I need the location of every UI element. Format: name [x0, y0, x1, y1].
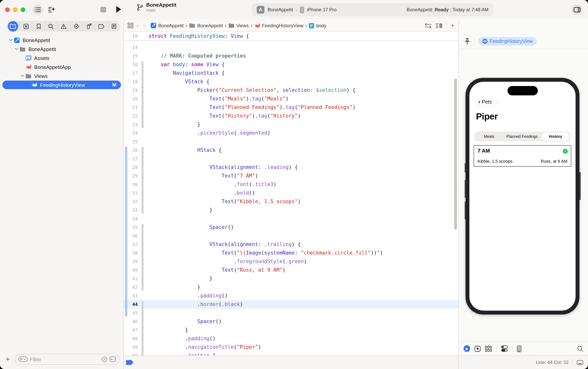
navigator-tab-issues[interactable] — [57, 21, 70, 31]
recent-filter-icon[interactable] — [101, 356, 107, 362]
line-number: 18 — [124, 79, 140, 84]
code-line-26: 26 HStack { — [124, 146, 459, 154]
navigator-tab-project[interactable] — [6, 21, 20, 31]
filter-field[interactable]: Filter — [15, 354, 119, 365]
reports-icon — [112, 23, 117, 29]
device-settings-button[interactable] — [501, 345, 508, 352]
go-back-button[interactable]: ‹ — [135, 22, 140, 29]
code-line-text: VStack(alignment: .trailing) { — [140, 240, 301, 249]
navigator-sidebar: BoneAppetitBoneAppetitAssetsBoneAppetitA… — [0, 20, 124, 369]
preview-target-label: FeedingHistoryView — [490, 39, 533, 44]
segment-planned-feedings[interactable]: Planned Feedings — [503, 132, 541, 141]
code-line-21: 21 Text("Planned Feedings").tag("Planned… — [124, 103, 459, 112]
code-line-text: Text("Meals").tag("Meals") — [140, 95, 289, 103]
scm-filter-icon[interactable] — [110, 357, 116, 362]
breadcrumb-item-feedinghistoryview[interactable]: FeedingHistoryView — [254, 23, 303, 28]
sidebar-item-views[interactable]: Views — [2, 72, 121, 80]
scheme-name[interactable]: BoneAppetit — [268, 7, 293, 12]
close-window-button[interactable] — [5, 7, 10, 12]
sidebar-item-assets[interactable]: Assets — [2, 54, 121, 62]
bottom-bar-toggle-icon[interactable] — [577, 360, 583, 365]
add-editor-icon[interactable]: + — [451, 22, 455, 29]
code-line-15: 15 // MARK: Computed properties — [124, 52, 459, 60]
breadcrumb-item-boneappetit[interactable]: BoneAppetit — [150, 23, 184, 28]
code-line-text: } — [140, 206, 213, 215]
navigator-tab-reports[interactable] — [108, 21, 120, 31]
navigator-tab-bookmark[interactable] — [32, 21, 45, 31]
code-editor-viewport[interactable]: 10struct FeedingHistoryView: View { 1415… — [124, 32, 459, 355]
related-items-icon[interactable] — [127, 23, 133, 28]
chevron-right-icon: › — [296, 7, 297, 12]
run-destination[interactable]: iPhone 17 Pro — [307, 7, 337, 12]
navigator-tab-changes[interactable] — [20, 21, 32, 31]
breakpoints-toggle-button[interactable] — [126, 360, 133, 365]
chevron-right-icon: › — [225, 23, 226, 28]
folder-icon — [25, 73, 32, 78]
add-item-button[interactable]: + — [4, 355, 12, 363]
preview-toolbar: ▶ — [459, 341, 588, 355]
tree-item-label: Views — [34, 73, 48, 79]
pet-name-title: Piper — [476, 111, 498, 122]
editor-scrollbar[interactable] — [454, 79, 457, 230]
line-number: 23 — [124, 122, 140, 127]
live-preview-button[interactable]: ▶ — [464, 345, 470, 352]
breadcrumb: BoneAppetit›BoneAppetit›Views›FeedingHis… — [150, 23, 423, 28]
editor-status-bar: Line: 44 Col: 32 — [459, 355, 588, 369]
code-line-25: 25 — [124, 137, 459, 146]
code-line-36: 36 — [124, 232, 459, 240]
minimize-window-button[interactable] — [13, 7, 18, 12]
folder-icon — [19, 47, 26, 51]
segment-meals[interactable]: Meals — [475, 132, 503, 141]
navigator-sidebar-toggle-button[interactable] — [32, 4, 43, 15]
code-line-20: 20 Text("Meals").tag("Meals") — [124, 95, 459, 103]
preview-target-pill[interactable]: FeedingHistoryView — [478, 37, 537, 46]
editor-options-icon[interactable] — [436, 23, 442, 28]
line-number: 50 — [124, 353, 140, 355]
code-line-37: 37 VStack(alignment: .trailing) { — [124, 240, 459, 249]
navigator-tab-find[interactable] — [45, 21, 57, 31]
code-line-19: 19 Picker("Current Selection", selection… — [124, 86, 459, 95]
sidebar-item-boneappetitapp[interactable]: BoneAppetitApp — [2, 63, 121, 71]
stop-button[interactable] — [100, 7, 106, 12]
scheme-activity-bar[interactable]: A BoneAppetit › iPhone 17 Pro BoneAppeti… — [252, 3, 493, 16]
disclosure-chevron-icon[interactable] — [20, 75, 25, 77]
navigator-tab-debug[interactable] — [82, 21, 95, 31]
folder-icon — [189, 23, 196, 28]
breadcrumb-item-body[interactable]: Pbody — [309, 23, 326, 28]
code-line-24: 24 .pickerStyle(.segmented) — [124, 129, 459, 137]
back-button[interactable]: ‹ Pets — [475, 97, 497, 107]
code-review-icon[interactable] — [425, 23, 432, 28]
go-forward-button[interactable]: › — [142, 22, 147, 29]
code-line-17: 17 NavigationStack { — [124, 69, 459, 77]
compose-assistant-button[interactable] — [46, 4, 57, 15]
line-number: 21 — [124, 105, 140, 110]
sidebar-item-feedinghistoryview[interactable]: FeedingHistoryViewM — [2, 81, 121, 89]
tree-item-label: Assets — [34, 55, 49, 61]
disclosure-chevron-icon[interactable] — [8, 39, 13, 41]
pin-preview-icon[interactable] — [464, 38, 470, 45]
line-number: 46 — [124, 319, 140, 324]
zoom-window-button[interactable] — [21, 7, 25, 12]
navigator-tab-tests[interactable] — [70, 21, 82, 31]
debug-bar — [124, 355, 459, 369]
navigator-tab-breakpoints[interactable] — [95, 21, 108, 31]
preview-device-button[interactable] — [517, 345, 521, 352]
selectable-mode-button[interactable] — [474, 346, 481, 352]
segment-history[interactable]: History — [541, 132, 570, 141]
breadcrumb-item-boneappetit[interactable]: BoneAppetit — [189, 23, 223, 28]
breadcrumb-item-views[interactable]: Views — [228, 23, 249, 28]
volume-down-button — [465, 202, 466, 220]
code-line-text: .foregroundStyle(.green) — [140, 257, 307, 266]
preview-variants-button[interactable] — [485, 346, 492, 352]
sidebar-item-boneappetit[interactable]: BoneAppetit — [2, 45, 121, 53]
inspector-sidebar-toggle-button[interactable] — [572, 4, 583, 15]
run-button[interactable] — [116, 5, 122, 13]
code-line-42: 42 } — [124, 283, 459, 292]
device-icon — [300, 6, 304, 13]
line-number: 16 — [124, 62, 140, 67]
sidebar-item-boneappetit[interactable]: BoneAppetit — [2, 36, 121, 44]
preview-zoom-search-button[interactable] — [577, 346, 583, 352]
project-navigator-tree: BoneAppetitBoneAppetitAssetsBoneAppetitA… — [0, 34, 123, 352]
code-line-text: } — [140, 120, 200, 129]
disclosure-chevron-icon[interactable] — [14, 48, 19, 50]
